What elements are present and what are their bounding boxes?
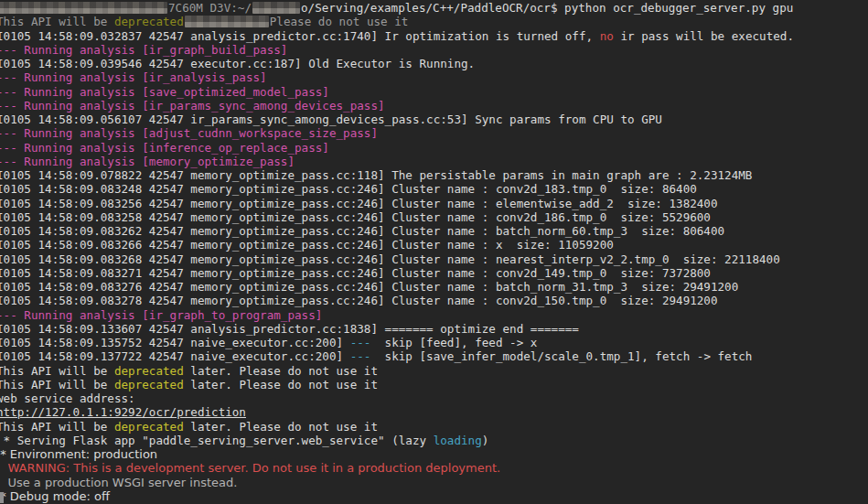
terminal-line: This API will be deprecated later. Pleas… [0,378,868,391]
terminal-line: WARNING: This is a development server. D… [0,461,868,475]
log-text: I0105 14:58:09.083266 42547 memory_optim… [0,238,614,252]
log-text: deprecated [114,364,184,378]
log-text: skip [feed], feed -> x [370,336,537,349]
terminal-line: I0105 14:58:09.078822 42547 memory_optim… [0,168,868,182]
log-text: --- Running analysis [inference_op_repla… [0,141,329,155]
terminal-line: --- Running analysis [ir_params_sync_amo… [0,99,868,113]
log-text: I0105 14:58:09.078822 42547 memory_optim… [0,168,752,182]
log-text: I0105 14:58:09.135752 42547 naive_execut… [0,336,350,349]
terminal-line: I0105 14:58:09.083248 42547 memory_optim… [0,182,868,196]
terminal-line: I0105 14:58:09.083256 42547 memory_optim… [0,197,868,210]
terminal-line: --- Running analysis [ir_analysis_pass] [0,70,868,84]
log-text: WARNING: This is a development server. D… [0,461,500,475]
log-text: I0105 14:58:09.133607 42547 analysis_pre… [0,322,579,336]
terminal-line: --- Running analysis [inference_op_repla… [0,141,868,155]
terminal-line: I0105 14:58:09.133607 42547 analysis_pre… [0,322,868,336]
log-text: I0105 14:58:09.083268 42547 memory_optim… [0,252,780,266]
terminal-line: --- Running analysis [adjust_cudnn_works… [0,126,868,140]
log-text: --- Running analysis [memory_optimize_pa… [0,155,295,168]
log-text: later. Please do not use it [184,378,378,391]
log-text: --- Running analysis [save_optimized_mod… [0,85,329,99]
log-text: I0105 14:58:09.056107 42547 ir_params_sy… [0,113,662,126]
redacted-text [252,2,300,14]
log-text: later. Please do not use it [184,420,378,434]
terminal-line: --- Running analysis [ir_graph_build_pas… [0,43,868,57]
terminal-cursor [0,492,4,503]
terminal[interactable]: 7C60M D3V:~/o/Serving/examples/C++/Paddl… [0,1,868,504]
web-service-url[interactable]: http://127.0.1.1:9292/ocr/prediction [0,405,246,419]
log-text: I0105 14:58:09.083271 42547 memory_optim… [0,266,711,280]
terminal-line: * Serving Flask app "paddle_serving_serv… [0,434,868,447]
log-text: I0105 14:58:09.083278 42547 memory_optim… [0,294,718,307]
log-text: no [600,29,614,43]
terminal-line: I0105 14:58:09.137722 42547 naive_execut… [0,349,868,363]
log-text: ir pass will be executed. [614,29,794,43]
log-text: --- [350,349,371,363]
log-text: --- [350,336,371,349]
terminal-line: I0105 14:58:09.083258 42547 memory_optim… [0,210,868,224]
shell-prompt-line: 7C60M D3V:~/o/Serving/examples/C++/Paddl… [0,1,868,15]
terminal-line: I0105 14:58:09.135752 42547 naive_execut… [0,336,868,349]
log-text: This API will be [0,420,114,434]
terminal-line: I0105 14:58:09.083271 42547 memory_optim… [0,266,868,280]
log-text: This API will be [0,378,114,391]
log-text: * Debug mode: off [0,489,110,503]
terminal-line: --- Running analysis [save_optimized_mod… [0,85,868,99]
terminal-line: I0105 14:58:09.056107 42547 ir_params_sy… [0,113,868,126]
log-text: Use a production WSGI server instead. [0,476,237,489]
log-text: * Environment: production [0,447,157,461]
log-text: --- Running analysis [ir_graph_to_progra… [0,308,322,322]
log-text: This API will be [0,15,114,28]
log-text: I0105 14:58:09.032837 42547 analysis_pre… [0,29,600,43]
log-text: I0105 14:58:09.083248 42547 memory_optim… [0,182,697,196]
log-text: ) [482,434,489,447]
log-text: This API will be [0,364,114,378]
terminal-line: * Environment: production [0,447,868,461]
log-text: I0105 14:58:09.083276 42547 memory_optim… [0,280,738,294]
terminal-line: I0105 14:58:09.039546 42547 executor.cc:… [0,57,868,70]
terminal-line: I0105 14:58:09.083276 42547 memory_optim… [0,280,868,294]
log-text: deprecated [114,378,184,391]
terminal-line: --- Running analysis [ir_graph_to_progra… [0,308,868,322]
log-text: Please do not use it [270,15,409,28]
log-text: I0105 14:58:09.083258 42547 memory_optim… [0,210,711,224]
terminal-window: 7C60M D3V:~/o/Serving/examples/C++/Paddl… [0,0,868,504]
log-text: I0105 14:58:09.039546 42547 executor.cc:… [0,57,475,70]
terminal-line: I0105 14:58:09.032837 42547 analysis_pre… [0,29,868,43]
log-text: skip [save_infer_model/scale_0.tmp_1], f… [370,349,752,363]
terminal-line: I0105 14:58:09.083262 42547 memory_optim… [0,224,868,238]
log-text: --- Running analysis [ir_analysis_pass] [0,70,267,84]
log-text: I0105 14:58:09.083256 42547 memory_optim… [0,197,718,210]
log-text: 7C60M D3V:~/ [168,1,252,15]
log-text: deprecated [114,420,184,434]
log-text: I0105 14:58:09.137722 42547 naive_execut… [0,349,350,363]
terminal-line: --- Running analysis [memory_optimize_pa… [0,155,868,168]
terminal-line: * Debug mode: off [0,489,868,503]
terminal-line: I0105 14:58:09.083266 42547 memory_optim… [0,238,868,252]
log-text: later. Please do not use it [184,364,378,378]
log-text: web service address: [0,391,135,405]
terminal-line: I0105 14:58:09.083268 42547 memory_optim… [0,252,868,266]
terminal-line: web service address: [0,391,868,405]
log-text: * Serving Flask app "paddle_serving_serv… [0,434,434,447]
terminal-line: This API will be deprecated later. Pleas… [0,364,868,378]
terminal-line: Use a production WSGI server instead. [0,476,868,489]
log-text: --- Running analysis [ir_graph_build_pas… [0,43,287,57]
terminal-line: This API will be deprecatedPlease do not… [0,15,868,28]
shell-command: o/Serving/examples/C++/PaddleOCR/ocr$ py… [301,1,793,15]
log-text: deprecated [114,15,184,28]
redacted-text [0,2,167,14]
log-text: I0105 14:58:09.083262 42547 memory_optim… [0,224,724,238]
log-text: --- Running analysis [ir_params_sync_amo… [0,99,385,113]
terminal-line: http://127.0.1.1:9292/ocr/prediction [0,405,868,419]
terminal-line: I0105 14:58:09.083278 42547 memory_optim… [0,294,868,307]
terminal-line: This API will be deprecated later. Pleas… [0,420,868,434]
log-text: --- Running analysis [adjust_cudnn_works… [0,126,378,140]
log-text: loading [434,434,482,447]
redacted-text [185,16,269,27]
